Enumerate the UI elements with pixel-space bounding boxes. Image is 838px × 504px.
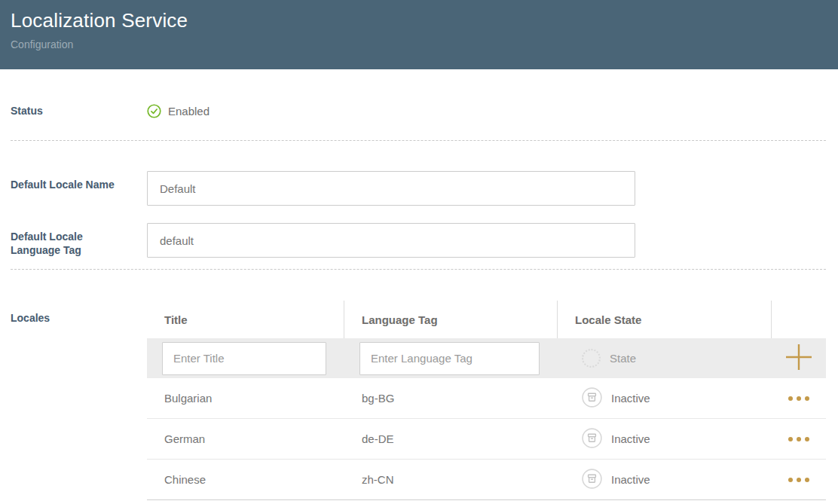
row-actions-menu-button[interactable] [784,392,814,405]
dashed-circle-icon[interactable] [582,349,601,368]
ellipsis-icon [788,478,793,482]
locale-state-text: Inactive [611,473,650,486]
locale-state-text: Inactive [611,392,650,405]
archive-circle-icon [582,469,602,491]
new-locale-title-input[interactable] [162,342,326,375]
locale-language-tag: zh-CN [344,473,558,486]
locale-title: Bulgarian [147,392,344,405]
page-title: Localization Service [11,8,826,32]
locales-section: Locales Title Language Tag Locale State [11,301,826,500]
column-header-actions [772,301,826,338]
locale-state-toggle[interactable]: Inactive [582,387,650,410]
status-label: Status [11,104,147,118]
locales-table: Title Language Tag Locale State [147,301,826,500]
add-locale-row: State [147,338,826,378]
new-locale-state-label: State [610,352,636,365]
default-locale-language-tag-input[interactable] [147,223,635,258]
locale-language-tag: de-DE [344,432,558,445]
locale-language-tag: bg-BG [344,392,558,405]
column-header-language-tag: Language Tag [344,301,558,338]
locale-title: Chinese [147,473,344,486]
section-divider [11,269,826,270]
locales-table-header: Title Language Tag Locale State [147,301,826,338]
add-locale-button[interactable] [782,342,815,375]
archive-circle-icon [582,428,602,451]
default-locale-name-label: Default Locale Name [11,171,147,206]
localization-service-page: Localization Service Configuration Statu… [0,0,838,504]
archive-circle-icon [582,387,602,410]
locale-state-toggle[interactable]: Inactive [582,469,650,491]
locale-row-german: German de-DE [147,419,826,460]
locale-row-bulgarian: Bulgarian bg-BG [147,378,826,419]
row-actions-menu-button[interactable] [784,432,814,446]
page-header: Localization Service Configuration [0,0,838,69]
default-locale-language-tag-label: Default Locale Language Tag [11,223,147,258]
locale-row-chinese: Chinese zh-CN [147,460,826,500]
status-value: Enabled [147,104,826,118]
locale-title: German [147,432,344,445]
locale-state-text: Inactive [611,432,650,445]
locale-state-toggle[interactable]: Inactive [582,428,650,451]
column-header-locale-state: Locale State [558,301,772,338]
ellipsis-icon [788,396,793,401]
default-locale-language-tag-row: Default Locale Language Tag [11,223,826,258]
default-locale-name-row: Default Locale Name [11,171,826,206]
locales-label: Locales [11,301,147,500]
configuration-content: Status Enabled Default Locale Name Defa [0,100,838,500]
ellipsis-icon [788,437,793,441]
default-locale-name-input[interactable] [147,171,635,206]
check-circle-icon [147,104,161,118]
row-actions-menu-button[interactable] [784,473,814,487]
new-locale-language-tag-input[interactable] [359,342,540,375]
section-divider [11,140,826,141]
page-subtitle: Configuration [11,38,826,50]
status-row: Status Enabled [11,100,826,121]
status-text: Enabled [168,105,210,118]
column-header-title: Title [147,301,344,338]
plus-icon [784,343,813,374]
